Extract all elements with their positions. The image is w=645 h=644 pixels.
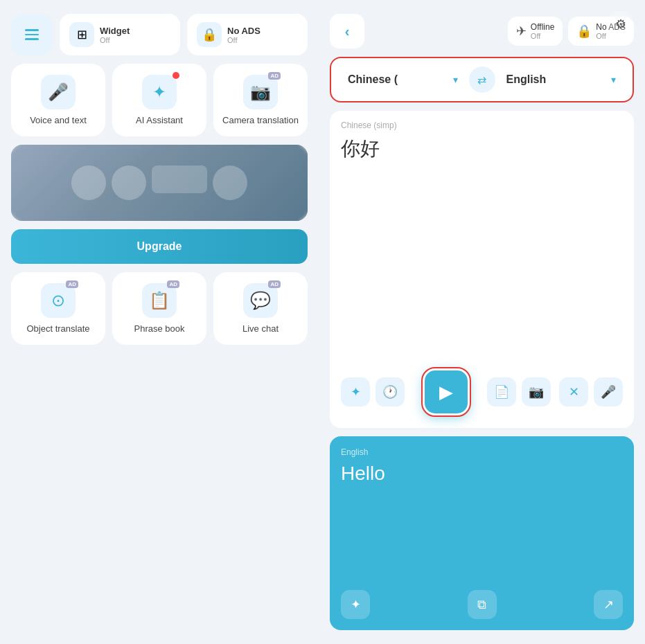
share-icon: ↗ bbox=[603, 597, 614, 612]
left-panel: ⊞ Widget Off 🔒 No ADS Off 🎤 Voice and te… bbox=[0, 0, 319, 644]
object-translate-icon: ⊙ AD bbox=[41, 283, 76, 318]
left-top-bar: ⊞ Widget Off 🔒 No ADS Off bbox=[11, 14, 308, 55]
target-lang-name: English bbox=[506, 73, 547, 86]
mic-icon: 🎤 bbox=[601, 384, 616, 400]
settings-button[interactable]: ⚙ bbox=[608, 11, 634, 37]
live-chat-label: Live chat bbox=[242, 323, 279, 335]
text-mode-button[interactable]: 📄 bbox=[487, 377, 516, 406]
widget-icon: ⊞ bbox=[69, 22, 94, 47]
clear-icon: ✕ bbox=[569, 384, 579, 400]
history-icon: 🕐 bbox=[382, 384, 398, 400]
offline-toggle[interactable]: ✈ Offline Off bbox=[508, 17, 563, 46]
back-button[interactable]: ‹ bbox=[330, 14, 364, 48]
copy-icon: ⧉ bbox=[477, 598, 486, 612]
output-ai-icon: ✦ bbox=[351, 597, 361, 612]
no-ads-toggle-left[interactable]: 🔒 No ADS Off bbox=[187, 14, 308, 55]
ai-assistant-label: AI Assistant bbox=[136, 115, 183, 127]
history-button[interactable]: 🕐 bbox=[375, 377, 405, 406]
right-top-bar: ‹ ✈ Offline Off 🔒 No ADS Off bbox=[330, 14, 634, 48]
mic-button[interactable]: 🎤 bbox=[594, 377, 623, 406]
input-lang-label: Chinese (simp) bbox=[341, 120, 623, 130]
ai-toolbar-button[interactable]: ✦ bbox=[341, 377, 370, 406]
output-text-display: Hello bbox=[341, 463, 623, 579]
camera-label: Camera translation bbox=[222, 115, 299, 127]
output-ai-button[interactable]: ✦ bbox=[341, 590, 370, 619]
ai-icon: ✦ bbox=[142, 75, 177, 109]
camera-translate-button[interactable]: 📷 bbox=[522, 377, 551, 406]
plane-icon: ✈ bbox=[516, 24, 527, 39]
promo-banner bbox=[11, 145, 308, 221]
translate-button[interactable]: ▶ bbox=[423, 368, 470, 415]
settings-icon: ⚙ bbox=[615, 17, 626, 32]
camera-translate-icon: 📷 bbox=[529, 384, 544, 400]
feature-grid: 🎤 Voice and text ✦ AI Assistant 📷 AD Cam… bbox=[11, 64, 308, 136]
input-toolbar: ✦ 🕐 ▶ 📄 📷 ✕ 🎤 bbox=[341, 363, 623, 421]
badge-ad-chat: AD bbox=[268, 280, 281, 288]
badge-ad-object: AD bbox=[66, 280, 78, 288]
target-chevron-icon: ▾ bbox=[611, 74, 616, 85]
phrase-book-label: Phrase book bbox=[134, 323, 185, 335]
feature-object-translate[interactable]: ⊙ AD Object translate bbox=[11, 272, 105, 345]
language-selector: Chinese ( ▾ ⇄ English ▾ bbox=[330, 57, 634, 102]
copy-button[interactable]: ⧉ bbox=[468, 590, 497, 619]
offline-label: Offline bbox=[531, 22, 554, 32]
feature-camera[interactable]: 📷 AD Camera translation bbox=[213, 64, 308, 136]
camera-icon: 📷 AD bbox=[243, 75, 278, 109]
translate-arrow-icon: ▶ bbox=[439, 382, 453, 403]
badge-ad-phrase: AD bbox=[167, 280, 179, 288]
badge-ad-camera: AD bbox=[268, 72, 281, 80]
hamburger-icon bbox=[25, 29, 39, 40]
badge-red bbox=[173, 72, 179, 79]
share-button[interactable]: ↗ bbox=[594, 590, 623, 619]
no-ads-status-left: Off bbox=[227, 36, 237, 44]
swap-languages-button[interactable]: ⇄ bbox=[469, 66, 495, 93]
feature-voice-text[interactable]: 🎤 Voice and text bbox=[11, 64, 105, 136]
phrase-book-icon: 📋 AD bbox=[142, 283, 177, 318]
feature-phrase-book[interactable]: 📋 AD Phrase book bbox=[112, 272, 206, 345]
input-area: Chinese (simp) 你好 ✦ 🕐 ▶ 📄 📷 ✕ bbox=[330, 111, 634, 428]
widget-label: Widget bbox=[100, 26, 130, 36]
output-toolbar: ✦ ⧉ ↗ bbox=[341, 579, 623, 619]
lock-icon-left: 🔒 bbox=[197, 22, 222, 47]
back-icon: ‹ bbox=[345, 24, 350, 39]
source-language-button[interactable]: Chinese ( ▾ bbox=[342, 71, 463, 89]
right-toggles: ✈ Offline Off 🔒 No ADS Off bbox=[371, 17, 634, 46]
feature-live-chat[interactable]: 💬 AD Live chat bbox=[213, 272, 308, 345]
ai-toolbar-icon: ✦ bbox=[351, 384, 361, 400]
right-panel: ⚙ ‹ ✈ Offline Off 🔒 No ADS Off bbox=[319, 0, 645, 644]
offline-status: Off bbox=[531, 32, 540, 40]
bottom-feature-grid: ⊙ AD Object translate 📋 AD Phrase book 💬… bbox=[11, 272, 308, 345]
mic-icon: 🎤 bbox=[41, 75, 76, 109]
voice-text-label: Voice and text bbox=[30, 115, 87, 127]
object-translate-label: Object translate bbox=[26, 323, 89, 335]
live-chat-icon: 💬 AD bbox=[243, 283, 278, 318]
clear-button[interactable]: ✕ bbox=[559, 377, 588, 406]
output-area: English Hello ✦ ⧉ ↗ bbox=[330, 436, 634, 630]
output-lang-label: English bbox=[341, 447, 623, 457]
swap-icon: ⇄ bbox=[477, 73, 486, 87]
target-language-button[interactable]: English ▾ bbox=[501, 71, 622, 89]
no-ads-status-right: Off bbox=[596, 32, 606, 40]
text-mode-icon: 📄 bbox=[494, 384, 509, 400]
widget-toggle[interactable]: ⊞ Widget Off bbox=[60, 14, 180, 55]
lock-icon-right: 🔒 bbox=[576, 24, 592, 39]
feature-ai-assistant[interactable]: ✦ AI Assistant bbox=[112, 64, 206, 136]
source-lang-name: Chinese ( bbox=[348, 73, 398, 86]
no-ads-label-left: No ADS bbox=[227, 26, 260, 36]
menu-button[interactable] bbox=[11, 14, 53, 55]
cta-button[interactable]: Upgrade bbox=[11, 229, 308, 264]
source-chevron-icon: ▾ bbox=[453, 74, 458, 85]
input-text-display: 你好 bbox=[341, 136, 623, 363]
widget-status: Off bbox=[100, 36, 109, 44]
